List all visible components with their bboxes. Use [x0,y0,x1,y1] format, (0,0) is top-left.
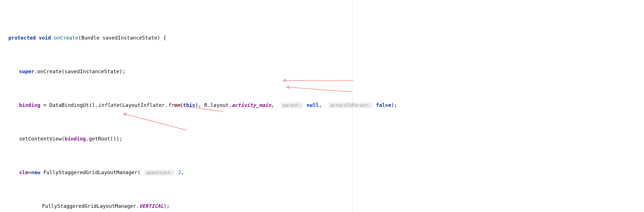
number-literal: 2 [178,169,181,175]
svg-line-3 [126,114,186,130]
code-text: , [319,102,325,108]
keyword-protected: protected [8,35,36,41]
annotation-arrow [286,86,354,94]
param-hint: spanCount: [144,170,174,176]
keyword-false: false [376,102,391,108]
code-text: = [28,169,31,175]
param-hint: parent: [281,102,303,108]
static-method: inflate [98,102,119,108]
code-text: .onCreate(savedInstanceState); [34,68,125,74]
code-text: ); [391,102,397,108]
keyword-super: super [19,68,34,74]
code-text: ( [180,102,183,108]
annotation-arrow [283,79,353,82]
code-text: = DataBindingUtil. [40,102,98,108]
field-binding: binding [19,102,40,108]
code-text: ), R.layout. [195,102,232,108]
code-text: , [271,102,277,108]
code-line[interactable]: super.onCreate(savedInstanceState); [0,67,644,76]
code-line[interactable]: slm=new FullyStaggeredGridLayoutManager(… [0,168,644,177]
field-slm: slm [19,169,28,175]
annotation-arrow [123,113,188,132]
code-editor[interactable]: protected void onCreate(Bundle savedInst… [0,0,644,212]
code-line[interactable]: FullyStaggeredGridLayoutManager.VERTICAL… [0,202,644,210]
method-name: onCreate [54,35,78,41]
code-text: .getRoot()); [86,136,122,142]
code-text: FullyStaggeredGridLayoutManager( [40,169,141,175]
code-text: ); [163,203,170,209]
static-method: from [168,102,180,108]
static-field: activity_main [232,102,271,108]
keyword-this: this [183,102,195,108]
code-text: (LayoutInflater. [119,102,168,108]
static-field: VERTICAL [139,203,164,209]
param-hint: attachToParent: [328,102,372,108]
svg-line-1 [289,87,352,92]
keyword-new: new [31,169,40,175]
code-text: setContentView( [19,136,65,142]
code-text: FullyStaggeredGridLayoutManager. [42,203,139,209]
code-line[interactable]: binding = DataBindingUtil.inflate(Layout… [0,101,644,109]
keyword-void: void [39,35,51,41]
code-line[interactable]: setContentView(binding.getRoot()); [0,135,644,143]
field-binding: binding [65,136,86,142]
code-text: (Bundle savedInstanceState) { [78,35,166,41]
code-text: , [181,169,184,175]
keyword-null: null [307,102,319,108]
code-line[interactable]: protected void onCreate(Bundle savedInst… [0,34,644,42]
